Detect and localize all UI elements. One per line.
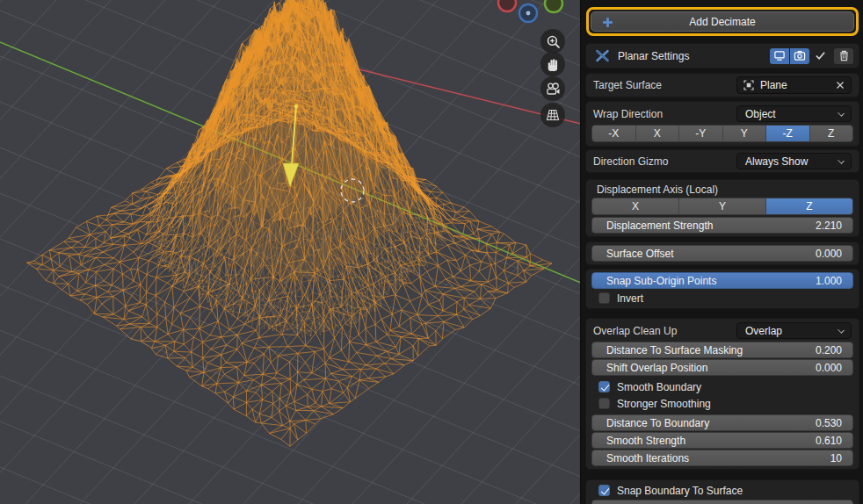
surface-offset-box: Surface Offset 0.000 [585, 241, 859, 265]
snap-sub-origin-box: Snap Sub-Origin Points 1.000 Invert [585, 269, 859, 309]
settings-panel: Add Decimate Planar Settings [581, 0, 863, 504]
overlap-box: Overlap Clean Up Overlap Distance To Sur… [585, 318, 859, 470]
chevron-down-icon [838, 157, 845, 164]
planar-settings-icon [595, 48, 610, 63]
overlap-value: Overlap [745, 325, 782, 337]
highlight-annotation: Add Decimate [586, 7, 859, 36]
disp-axis-y[interactable]: Y [679, 198, 766, 214]
snap-boundary-checkbox[interactable] [598, 485, 610, 496]
slider-label: Distance To Surface Masking [606, 344, 743, 356]
y-axis-ball[interactable] [545, 0, 562, 12]
disp-axis-x[interactable]: X [592, 198, 679, 214]
direction-gizmo-box: Direction Gizmo Always Show [585, 149, 859, 173]
axis-button-x[interactable]: X [636, 126, 680, 141]
invert-checkbox-row[interactable]: Invert [589, 290, 856, 306]
blender-window: Add Decimate Planar Settings [0, 0, 863, 504]
display-viewport-button[interactable] [770, 48, 789, 64]
slider-label: Distance To Boundary [606, 417, 709, 429]
displacement-strength-slider[interactable]: Displacement Strength 2.210 [591, 217, 853, 234]
target-surface-label: Target Surface [593, 79, 662, 91]
camera-view-button[interactable] [540, 76, 565, 101]
distance-surface-masking-slider[interactable]: Distance To Surface Masking 0.200 [591, 342, 853, 358]
displacement-box: Displacement Axis (Local) X Y Z Displace… [585, 179, 859, 237]
stronger-smoothing-row[interactable]: Stronger Smoothing [589, 395, 856, 412]
target-surface-box: Target Surface Plane [585, 73, 859, 97]
slider-value: 0.000 [816, 362, 842, 374]
shift-overlap-position-slider[interactable]: Shift Overlap Position 0.000 [591, 359, 853, 376]
smooth-boundary-label: Smooth Boundary [617, 381, 701, 393]
target-surface-field[interactable]: Plane [736, 76, 852, 94]
slider-label: Displacement Strength [606, 220, 713, 232]
slider-label: Surface Offset [606, 248, 673, 260]
disp-axis-z[interactable]: Z [766, 198, 852, 214]
wrap-direction-dropdown[interactable]: Object [736, 105, 852, 122]
delete-button[interactable] [834, 48, 853, 64]
distance-to-boundary-slider[interactable]: Distance To Boundary 0.530 [591, 414, 853, 431]
invert-label: Invert [617, 292, 643, 305]
slider-value: 0.200 [816, 344, 842, 356]
stronger-smoothing-label: Stronger Smoothing [617, 398, 711, 410]
slider-label: Snap Sub-Origin Points [606, 275, 716, 287]
displacement-title: Displacement Axis (Local) [589, 182, 856, 197]
direction-gizmo-dropdown[interactable]: Always Show [736, 153, 852, 169]
snap-boundary-label: Snap Boundary To Surface [617, 485, 743, 497]
smooth-boundary-row[interactable]: Smooth Boundary [589, 378, 856, 395]
axis-button-negz[interactable]: -Z [766, 126, 810, 141]
apply-check-icon [814, 50, 827, 61]
direction-gizmo-label: Direction Gizmo [593, 155, 668, 168]
chevron-down-icon [838, 327, 845, 334]
direction-gizmo-value: Always Show [745, 155, 808, 168]
projection-toggle-button[interactable] [540, 103, 565, 127]
stronger-smoothing-checkbox[interactable] [598, 398, 610, 409]
chevron-down-icon [838, 110, 845, 117]
overlap-label: Overlap Clean Up [593, 325, 677, 337]
display-viewport-icon [773, 50, 786, 61]
wrap-direction-value: Object [745, 108, 776, 120]
target-surface-value: Plane [760, 79, 830, 91]
camera-view-icon [545, 81, 561, 97]
invert-checkbox[interactable] [598, 292, 610, 304]
axis-button-y[interactable]: Y [723, 126, 767, 141]
snap-boundary-row[interactable]: Snap Boundary To Surface [589, 482, 856, 499]
slider-label: Shift Overlap Position [606, 362, 707, 374]
slider-value: 0.530 [816, 417, 842, 429]
add-decimate-label: Add Decimate [689, 16, 755, 28]
slider-label: Smooth Iterations [606, 452, 689, 464]
x-clear-icon[interactable] [836, 81, 845, 90]
axis-button-negx[interactable]: -X [592, 126, 636, 141]
boundary-mask-power-slider[interactable]: Boundary Mask Power 58.370 [591, 500, 853, 504]
slider-value: 2.210 [816, 220, 842, 232]
smooth-strength-slider[interactable]: Smooth Strength 0.610 [591, 432, 853, 449]
pan-hand-icon [546, 57, 561, 72]
add-decimate-button[interactable]: Add Decimate [591, 11, 854, 32]
grid-projection-icon [545, 107, 561, 123]
pan-button[interactable] [540, 52, 565, 76]
overlap-dropdown[interactable]: Overlap [736, 322, 852, 339]
viewport-region [0, 0, 581, 504]
snap-boundary-box: Snap Boundary To Surface Boundary Mask P… [585, 479, 859, 504]
planar-settings-header[interactable]: Planar Settings [585, 43, 859, 68]
delete-trash-icon [838, 50, 850, 61]
wrap-direction-box: Wrap Direction Object -X X -Y Y -Z Z [585, 101, 859, 147]
snap-sub-origin-slider[interactable]: Snap Sub-Origin Points 1.000 [591, 272, 853, 289]
zoom-button[interactable] [540, 29, 565, 54]
axis-button-z[interactable]: Z [810, 126, 853, 141]
surface-offset-slider[interactable]: Surface Offset 0.000 [591, 245, 853, 262]
wrap-axis-segment: -X X -Y Y -Z Z [591, 125, 853, 142]
x-axis-ball[interactable] [498, 0, 516, 11]
axis-button-negy[interactable]: -Y [679, 126, 723, 141]
panel-title: Planar Settings [618, 50, 689, 62]
slider-value: 0.000 [816, 248, 842, 260]
slider-value: 1.000 [816, 275, 842, 287]
slider-value: 0.610 [816, 435, 842, 447]
apply-button[interactable] [810, 48, 830, 64]
object-data-icon [743, 80, 754, 90]
smooth-boundary-checkbox[interactable] [598, 381, 610, 392]
slider-value: 10 [830, 452, 842, 464]
3d-viewport[interactable] [0, 0, 581, 504]
slider-label: Smooth Strength [606, 435, 685, 447]
display-render-button[interactable] [790, 48, 809, 64]
zoom-in-icon [546, 34, 561, 49]
smooth-iterations-slider[interactable]: Smooth Iterations 10 [591, 450, 853, 466]
z-axis-dot [526, 11, 531, 16]
